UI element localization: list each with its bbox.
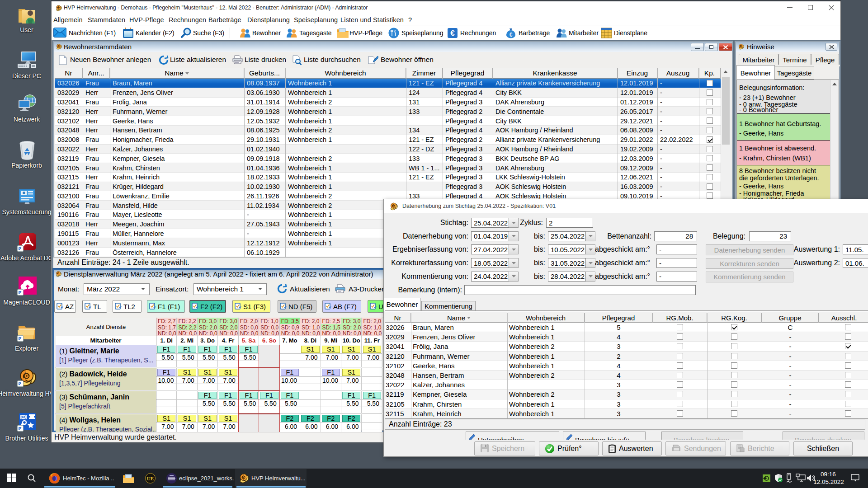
svg-text:€: € (509, 32, 513, 38)
svg-text:UE: UE (147, 476, 154, 481)
svg-text:€: € (450, 29, 455, 38)
